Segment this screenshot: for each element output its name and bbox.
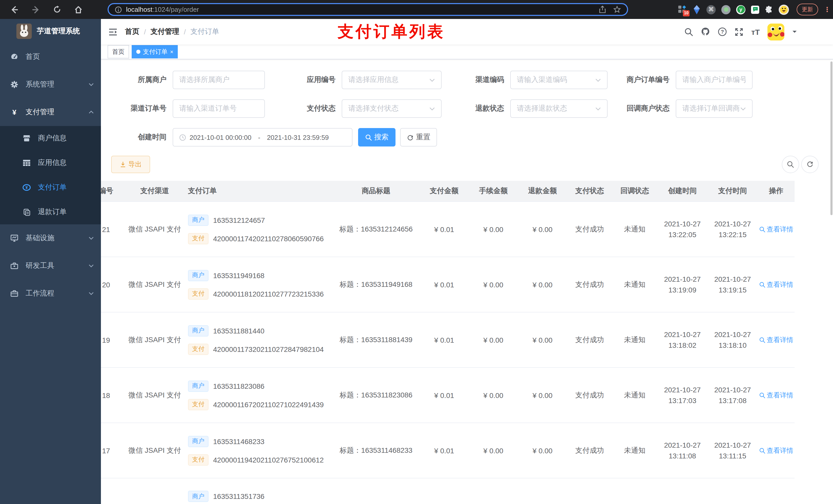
sidebar-item-refund-order[interactable]: 退款订单 [0,200,101,224]
breadcrumb-separator: / [184,28,186,36]
filter-label: 创建时间 [138,128,173,146]
merchant-order-no: 1635311823086 [213,382,264,390]
tab-home[interactable]: 首页 [108,45,129,58]
sidebar-item-merchant-info[interactable]: 商户信息 [0,126,101,150]
clock-icon [179,134,186,141]
view-detail-link[interactable]: 查看详情 [759,390,793,400]
extension-chat-icon[interactable] [751,5,759,14]
notify-status: 未通知 [612,446,657,455]
navbar-actions: ? тT [685,23,833,40]
search-icon[interactable] [685,27,693,36]
back-icon[interactable] [10,5,19,14]
chevron-down-icon [89,291,94,296]
merchant-select[interactable]: 请选择所属商户 [173,71,265,89]
browser-update-button[interactable]: 更新 [796,4,818,15]
channel-order-no-input[interactable]: 请输入渠道订单号 [173,99,265,118]
show-search-button[interactable] [782,156,799,173]
export-button[interactable]: 导出 [111,156,150,173]
breadcrumb-current: 支付订单 [191,27,219,37]
store-icon [23,134,31,142]
view-detail-link[interactable]: 查看详情 [759,280,793,289]
channel-order-no: 4200001167202110271022491439 [213,400,324,408]
extensions-puzzle-icon[interactable] [765,5,773,14]
extension-dot-icon[interactable] [721,5,731,14]
extension-y-icon[interactable]: y [736,5,745,14]
tab-pay-order[interactable]: 支付订单 × [132,45,178,58]
extension-tabs-icon[interactable]: 10 [678,5,687,14]
sidebar-item-infra[interactable]: 基础设施 [0,224,101,252]
extension-badge: 10 [683,10,690,16]
sidebar-item-pay-order[interactable]: ¥ 支付订单 [0,175,101,200]
notify-status: 未通知 [612,224,657,234]
font-size-icon[interactable]: тT [751,27,760,36]
user-avatar[interactable] [767,23,784,40]
search-button[interactable]: 搜索 [358,128,396,146]
sidebar-item-workflow[interactable]: 工作流程 [0,280,101,307]
sidebar-item-app-info[interactable]: 应用信息 [0,150,101,175]
site-info-icon[interactable] [115,6,122,13]
breadcrumb-home[interactable]: 首页 [125,27,139,37]
pay-order-icon: ¥ [23,183,31,192]
merchant-order-no-input[interactable]: 请输入商户订单编号 [676,71,753,89]
forward-icon[interactable] [32,5,40,14]
svg-text:?: ? [721,29,724,34]
sidebar-item-pay[interactable]: ¥ 支付管理 [0,98,101,126]
toolbox-icon [10,262,19,270]
url-path: :1024/pay/order [152,6,199,13]
sidebar-item-label: 系统管理 [26,80,54,89]
navbar: 首页 / 支付管理 / 支付订单 支付订单列表 ? тT [101,19,833,45]
channel-code-select[interactable]: 请输入渠道编码 [510,71,608,89]
sidebar-item-label: 研发工具 [26,261,54,270]
profile-avatar-emoji[interactable] [779,4,789,15]
refund-status-select[interactable]: 请选择退款状态 [510,99,608,118]
sidebar-item-label: 基础设施 [26,234,54,243]
sidebar-item-devtools[interactable]: 研发工具 [0,252,101,280]
notify-status-select[interactable]: 请选择订单回调商户状态 [676,99,753,118]
chevron-down-icon [595,106,601,112]
help-icon[interactable]: ? [718,27,727,37]
col-header: 支付渠道 [126,187,183,196]
sidebar-item-label: 商户信息 [38,134,67,143]
chevron-up-icon [89,110,94,115]
breadcrumb-pay[interactable]: 支付管理 [151,27,179,37]
browser-nav-buttons [0,5,108,14]
bookmark-star-icon[interactable] [613,6,621,13]
view-detail-link[interactable]: 查看详情 [759,335,793,344]
gear-icon [10,80,19,89]
sidebar-item-system[interactable]: 系统管理 [0,71,101,98]
share-icon[interactable] [599,6,606,13]
extension-gem-icon[interactable] [693,5,701,14]
merchant-tag: 商户 [188,491,209,502]
page-scrollbar-thumb[interactable] [830,62,832,215]
home-icon[interactable] [74,5,82,14]
orders-table: 编号 支付渠道 支付订单 商品标题 支付金额 手续金额 退款金额 支付状态 回调… [101,181,833,504]
active-tab-dot [136,50,140,54]
dashboard-icon [10,53,19,61]
fullscreen-icon[interactable] [735,27,744,36]
briefcase-icon [10,289,19,297]
pay-status-select[interactable]: 请选择支付状态 [342,99,442,118]
view-detail-link[interactable]: 查看详情 [759,446,793,455]
avatar-caret-icon[interactable] [792,30,797,34]
view-detail-link[interactable]: 查看详情 [759,224,793,234]
reload-icon[interactable] [53,6,61,13]
close-icon[interactable]: × [170,49,173,55]
table-row: 20 微信 JSAPI 支付 商户1635311949168 支付4200001… [101,257,794,312]
refresh-button[interactable] [801,156,819,173]
tags-view-bar: 首页 支付订单 × [101,45,833,59]
col-header: 商品标题 [332,187,420,196]
extension-command-icon[interactable]: ⌘ [707,5,716,14]
pay-tag: 支付 [188,454,209,465]
monitor-chart-icon [10,234,19,242]
browser-menu-icon[interactable]: ⋮ [824,8,827,11]
reset-button[interactable]: 重置 [400,128,437,146]
chevron-down-icon [89,236,94,241]
url-bar[interactable]: localhost :1024/pay/order [108,3,628,16]
create-time-range-picker[interactable]: 2021-10-01 00:00:00 - 2021-10-31 23:59:5… [173,128,353,146]
sidebar-collapse-icon[interactable] [101,28,125,35]
sidebar-item-home[interactable]: 首页 [0,43,101,71]
app-logo-row[interactable]: 芋道管理系统 [0,19,101,43]
github-icon[interactable] [701,27,710,37]
app-select[interactable]: 请选择应用信息 [342,71,442,89]
app-logo [16,23,32,39]
